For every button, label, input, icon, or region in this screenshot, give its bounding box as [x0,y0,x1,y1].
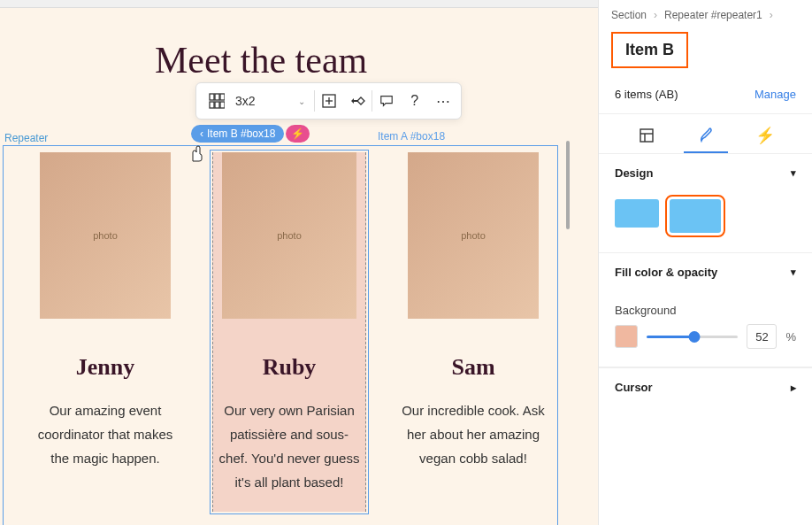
page-content: Meet the team 3x2 ⌄ ? ⋯ [0,8,598,525]
more-icon: ⋯ [436,93,450,110]
tag-label: Item B #box18 [207,127,275,140]
svg-rect-5 [220,102,225,108]
breadcrumb: Section › Repeater #repeater1 › [599,0,812,30]
items-count: 6 items (AB) [615,88,678,101]
svg-rect-4 [215,102,219,108]
svg-rect-1 [215,94,219,100]
bolt-tag[interactable]: ⚡ [286,125,310,143]
card-image: photo [408,152,539,319]
question-icon: ? [410,93,418,109]
animation-button[interactable] [343,87,372,115]
help-button[interactable]: ? [401,87,429,115]
fill-label: Fill color & opacity [615,266,717,279]
chevron-left-icon: ‹ [200,127,203,140]
chat-icon [379,94,394,108]
grid-value: 3x2 [235,94,256,108]
hand-cursor-icon [188,145,204,166]
caret-right-icon: ▸ [791,382,796,394]
team-card-ruby[interactable]: photo Ruby Our very own Parisian patissi… [212,152,366,512]
brush-icon [698,127,714,143]
bolt-icon: ⚡ [291,127,304,140]
team-cards: photo Jenny Our amazing event coordinato… [28,152,550,512]
preset-swatch-2-selected[interactable] [670,199,721,233]
cursor-label: Cursor [615,381,653,394]
bolt-icon: ⚡ [755,126,775,145]
fill-section-header[interactable]: Fill color & opacity ▾ [599,253,812,291]
design-label: Design [615,166,653,180]
card-name: Jenny [76,354,134,381]
diamond-arrow-icon [349,93,365,109]
svg-rect-9 [640,129,653,142]
items-summary: 6 items (AB) Manage [599,82,812,114]
item-title: Item B [625,41,674,59]
caret-down-icon: ▾ [791,266,796,278]
percent-sign: % [785,330,796,344]
repeater-label[interactable]: Repeater [4,132,48,144]
breadcrumb-section[interactable]: Section [611,9,647,21]
card-name: Sam [451,354,494,381]
background-controls: 52 % [599,324,812,367]
item-tags: ‹ Item B #box18 ⚡ [191,125,310,143]
grid-selector[interactable]: 3x2 ⌄ [200,89,314,112]
card-name: Ruby [263,354,317,381]
tab-layout[interactable] [624,125,669,153]
slider-thumb[interactable] [688,331,700,343]
chevron-right-icon: › [770,9,773,21]
design-presets [599,192,812,252]
team-card-sam[interactable]: photo Sam Our incredible cook. Ask her a… [396,152,550,512]
panel-tabs: ⚡ [599,114,812,154]
grid-icon [209,93,225,109]
manage-link[interactable]: Manage [755,88,796,101]
canvas-top-bar [0,0,598,8]
caret-down-icon: ▾ [791,167,796,179]
breadcrumb-repeater[interactable]: Repeater #repeater1 [664,9,762,21]
canvas-scrollbar[interactable] [566,141,570,229]
comment-button[interactable] [372,87,401,115]
editor-canvas: Meet the team 3x2 ⌄ ? ⋯ [0,0,598,525]
add-item-button[interactable] [315,87,343,115]
item-a-label[interactable]: Item A #box18 [378,130,445,143]
item-title-highlight: Item B [611,32,688,68]
layout-icon [639,127,655,143]
add-box-icon [321,93,337,109]
properties-panel: Section › Repeater #repeater1 › Item B 6… [598,0,812,525]
card-image: photo [40,152,171,319]
background-label: Background [599,291,812,324]
tab-design[interactable] [684,125,728,153]
opacity-input[interactable]: 52 [747,324,777,349]
svg-rect-3 [210,102,214,108]
background-color-swatch[interactable] [615,325,638,348]
preset-swatch-1[interactable] [615,199,659,228]
repeater-toolbar: 3x2 ⌄ ? ⋯ [195,82,462,120]
opacity-slider[interactable] [647,336,738,338]
chevron-down-icon: ⌄ [298,97,305,106]
svg-rect-2 [220,94,225,100]
design-section-header[interactable]: Design ▾ [599,154,812,192]
svg-rect-0 [210,94,214,100]
card-description: Our amazing event coordinator that makes… [28,398,182,470]
cursor-section-header[interactable]: Cursor ▸ [599,368,812,406]
selected-item-tag[interactable]: ‹ Item B #box18 [191,125,284,143]
team-card-jenny[interactable]: photo Jenny Our amazing event coordinato… [28,152,182,512]
card-description: Our very own Parisian patissière and sou… [213,398,365,494]
card-description: Our incredible cook. Ask her about her a… [396,398,550,470]
page-heading: Meet the team [155,39,367,81]
tab-interactions[interactable]: ⚡ [743,125,787,153]
chevron-right-icon: › [654,9,657,21]
card-image: photo [222,152,356,319]
more-button[interactable]: ⋯ [429,87,457,115]
